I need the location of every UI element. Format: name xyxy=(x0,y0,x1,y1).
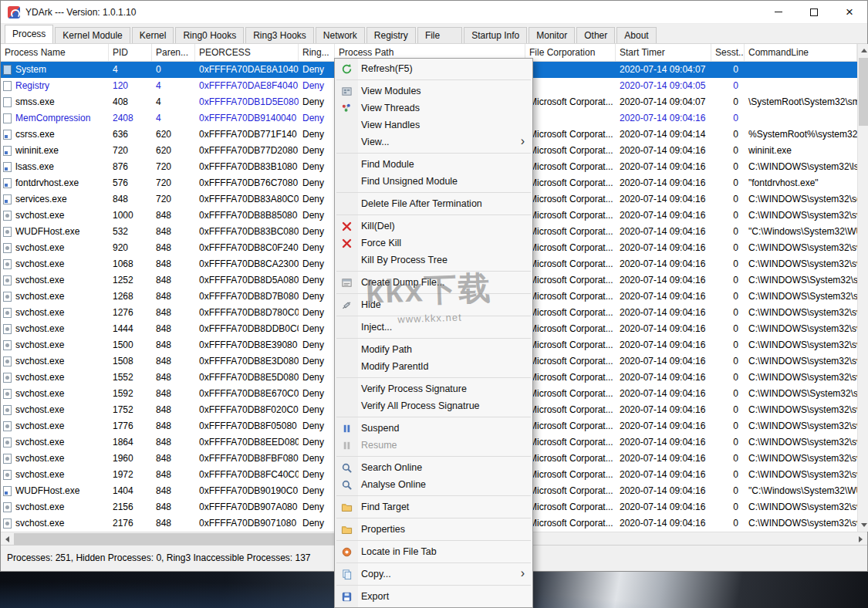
arrow-right-icon xyxy=(859,536,863,542)
cell-pid: 720 xyxy=(109,143,152,159)
tab-kernel-module[interactable]: Kernel Module xyxy=(55,27,130,43)
column-header-paren[interactable]: Paren... xyxy=(152,44,195,61)
cell-corp: Microsoft Corporat... xyxy=(525,224,616,240)
column-header-pid[interactable]: PID xyxy=(109,44,152,61)
tab-registry[interactable]: Registry xyxy=(366,27,416,43)
menu-item-inject[interactable]: Inject... xyxy=(335,319,532,336)
menu-item-view-handles[interactable]: View Handles xyxy=(335,117,532,133)
cell-ring: Deny xyxy=(299,353,335,370)
menu-item-search-online[interactable]: Search Online xyxy=(335,459,532,476)
menu-item-refresh-f5[interactable]: Refresh(F5) xyxy=(335,60,532,77)
tab-network[interactable]: Network xyxy=(316,27,365,43)
cell-peorcess: 0xFFFFA70DB77D2080 xyxy=(195,143,299,159)
cell-cmd: C:\WINDOWS\system32\svc... xyxy=(745,467,857,483)
cell-corp: Microsoft Corporat... xyxy=(525,143,616,159)
menu-item-copy[interactable]: Copy...› xyxy=(335,566,532,583)
cell-cmd: "C:\Windows\System32\WUD... xyxy=(745,483,857,499)
menu-separator xyxy=(336,293,531,294)
menu-item-verify-all-process-signatrue[interactable]: Verify All Process Signatrue xyxy=(335,397,532,414)
scroll-left-button[interactable] xyxy=(1,532,14,546)
cell-start: 2020-07-14 09:04:16 xyxy=(616,159,711,175)
column-header-sesst[interactable]: Sesst... xyxy=(711,44,745,61)
menu-item-find-unsigned-module[interactable]: Find Unsigned Module xyxy=(335,173,532,190)
cell-cmd: "C:\Windows\System32\WUD... xyxy=(745,224,857,240)
menu-item-kill-by-process-tree[interactable]: Kill By Process Tree xyxy=(335,252,532,269)
cell-name: svchost.exe xyxy=(1,467,109,483)
cell-pid: 1960 xyxy=(109,451,152,467)
cell-ppid: 848 xyxy=(152,305,195,321)
menu-item-find-module[interactable]: Find Module xyxy=(335,156,532,173)
menu-item-label: Kill(Del) xyxy=(361,221,395,231)
column-header-ring[interactable]: Ring... xyxy=(299,44,335,61)
menu-item-suspend[interactable]: Suspend xyxy=(335,420,532,437)
cell-corp: Microsoft Corporat... xyxy=(525,305,616,321)
menu-item-delete-file-after-termination[interactable]: Delete File After Termination xyxy=(335,195,532,212)
cell-peorcess: 0xFFFFA70DB76C7080 xyxy=(195,175,299,191)
vertical-scroll-thumb[interactable] xyxy=(859,58,868,126)
menu-item-analyse-online[interactable]: Analyse Online xyxy=(335,476,532,493)
cell-sess: 0 xyxy=(711,256,745,272)
menu-item-create-dump-file[interactable]: Create Dump File... xyxy=(335,274,532,291)
tab-file[interactable]: File xyxy=(417,27,462,43)
menu-separator xyxy=(336,562,531,563)
cell-sess: 0 xyxy=(711,353,745,370)
cell-peorcess: 0xFFFFA70DB8F05080 xyxy=(195,418,299,434)
menu-item-verify-process-signature[interactable]: Verify Process Signature xyxy=(335,380,532,397)
cell-ring: Deny xyxy=(299,483,335,499)
menu-separator xyxy=(336,377,531,378)
cell-pid: 1404 xyxy=(109,483,152,499)
cell-name: svchost.exe xyxy=(1,337,109,353)
cell-ring: Deny xyxy=(299,418,335,434)
cell-ppid: 848 xyxy=(152,353,195,370)
column-header-file-corporation[interactable]: File Corporation xyxy=(525,44,616,61)
menu-item-view-modules[interactable]: View Modules xyxy=(335,83,532,100)
cell-ppid: 848 xyxy=(152,402,195,418)
menu-item-modify-path[interactable]: Modify Path xyxy=(335,341,532,358)
menu-item-locate-in-file-tab[interactable]: Locate in File Tab xyxy=(335,543,532,560)
tab-startup-info[interactable]: Startup Info xyxy=(464,27,527,43)
tab-ring0-hooks[interactable]: Ring0 Hooks xyxy=(175,27,244,43)
menu-item-label: View Modules xyxy=(361,86,421,96)
menu-item-label: Properties xyxy=(361,524,405,535)
menu-item-modify-parentid[interactable]: Modify ParentId xyxy=(335,358,532,375)
process-name: Registry xyxy=(15,78,49,94)
tab-other[interactable]: Other xyxy=(576,27,615,43)
tab-ring3-hooks[interactable]: Ring3 Hooks xyxy=(245,27,314,43)
menu-item-find-target[interactable]: Find Target xyxy=(335,498,532,515)
menu-item-view-threads[interactable]: View Threads xyxy=(335,100,532,117)
menu-item-hide[interactable]: Hide xyxy=(335,296,532,313)
menu-item-kill-del[interactable]: Kill(Del) xyxy=(335,218,532,235)
scroll-down-button[interactable] xyxy=(858,518,868,532)
cell-sess: 0 xyxy=(711,321,745,337)
maximize-button[interactable] xyxy=(796,1,832,23)
process-icon xyxy=(3,502,12,512)
tab-monitor[interactable]: Monitor xyxy=(529,27,575,43)
horizontal-scroll-thumb[interactable] xyxy=(14,533,338,545)
close-button[interactable]: × xyxy=(832,1,867,23)
minimize-button[interactable] xyxy=(761,1,796,23)
scroll-up-button[interactable] xyxy=(858,44,868,57)
menu-item-view[interactable]: View...› xyxy=(335,133,532,150)
column-header-start-timer[interactable]: Start Timer xyxy=(616,44,711,61)
locate-icon xyxy=(339,546,354,558)
cell-name: fontdrvhost.exe xyxy=(1,175,109,191)
vertical-scrollbar[interactable] xyxy=(857,44,868,532)
menu-item-export[interactable]: Export xyxy=(335,588,532,605)
cell-corp: Microsoft Corporat... xyxy=(525,451,616,467)
scroll-right-button[interactable] xyxy=(854,532,867,546)
menu-item-label: Find Module xyxy=(361,159,414,170)
tab-process[interactable]: Process xyxy=(5,25,53,43)
pause-icon xyxy=(339,422,354,434)
column-header-commandline[interactable]: CommandLine xyxy=(745,44,857,61)
tab-kernel[interactable]: Kernel xyxy=(132,27,174,43)
column-header-process-name[interactable]: Process Name xyxy=(1,44,109,61)
tab-about[interactable]: About xyxy=(616,27,656,43)
cell-start: 2020-07-14 09:04:05 xyxy=(616,78,711,94)
cell-name: svchost.exe xyxy=(1,208,109,224)
menu-item-properties[interactable]: Properties xyxy=(335,521,532,538)
cell-pid: 1776 xyxy=(109,418,152,434)
cell-pid: 1552 xyxy=(109,370,152,386)
menu-item-force-kill[interactable]: Force Kill xyxy=(335,235,532,252)
process-name: services.exe xyxy=(15,191,67,208)
column-header-peorcess[interactable]: PEORCESS xyxy=(195,44,299,61)
